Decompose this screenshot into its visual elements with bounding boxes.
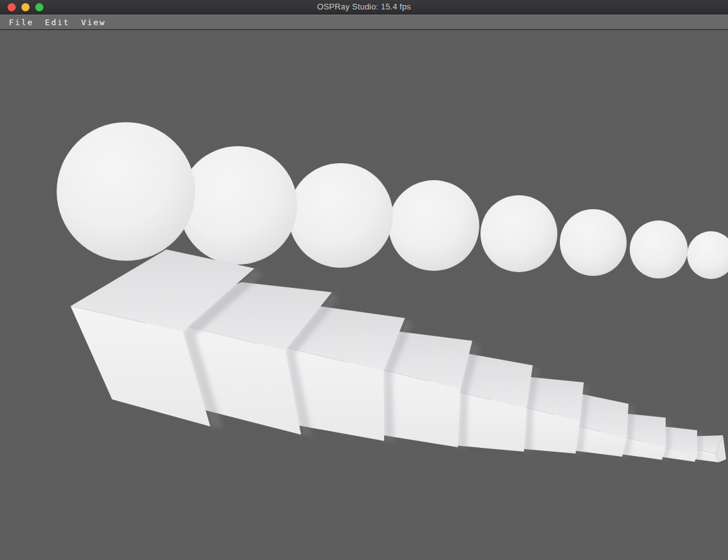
menu-item-file[interactable]: File (9, 18, 33, 27)
title-bar: OSPRay Studio: 15.4 fps (0, 0, 728, 14)
app-window: OSPRay Studio: 15.4 fps File Edit View (0, 0, 728, 560)
menu-bar: File Edit View (0, 14, 728, 30)
zoom-window-button[interactable] (35, 3, 43, 11)
menu-item-view[interactable]: View (81, 18, 106, 27)
render-canvas (0, 30, 728, 560)
render-noise-overlay (0, 30, 728, 560)
close-button[interactable] (8, 3, 16, 11)
menu-item-edit[interactable]: Edit (45, 18, 69, 27)
window-title: OSPRay Studio: 15.4 fps (0, 0, 728, 14)
render-viewport[interactable] (0, 30, 728, 560)
minimize-button[interactable] (21, 3, 30, 11)
